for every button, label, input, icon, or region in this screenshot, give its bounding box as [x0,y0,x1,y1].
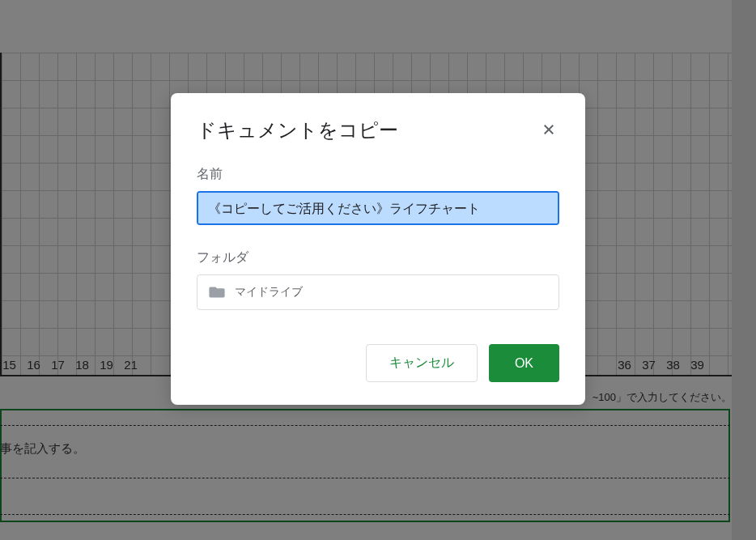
modal-footer: キャンセル OK [197,344,559,382]
folder-icon [209,286,225,299]
modal-title: ドキュメントをコピー [197,117,398,143]
folder-selector[interactable]: マイドライブ [197,274,559,310]
folder-label: フォルダ [197,249,559,266]
ok-button[interactable]: OK [489,344,559,382]
copy-document-modal: ドキュメントをコピー 名前 《コピーしてご活用ください》ライフチャート フォルダ… [171,93,585,405]
cancel-button[interactable]: キャンセル [366,344,478,382]
modal-header: ドキュメントをコピー [197,117,559,143]
close-button[interactable] [538,119,559,142]
folder-name: マイドライブ [235,285,303,300]
document-name-input[interactable] [197,191,559,225]
close-icon [542,122,556,139]
name-label: 名前 [197,166,559,183]
